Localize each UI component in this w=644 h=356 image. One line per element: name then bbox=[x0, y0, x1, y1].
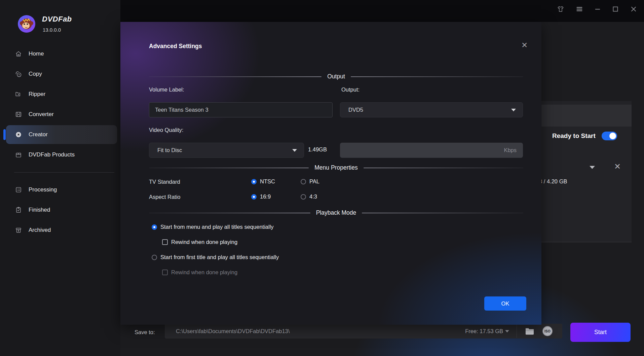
radio-off-icon[interactable] bbox=[301, 179, 306, 184]
radio-label: Start from first title and play all titl… bbox=[160, 254, 279, 260]
sidebar-item-home[interactable]: Home bbox=[6, 44, 117, 63]
radio-start-from-first-title[interactable]: Start from first title and play all titl… bbox=[152, 254, 279, 260]
browse-folder-button[interactable] bbox=[525, 327, 534, 335]
tv-standard-label: TV Standard bbox=[149, 179, 180, 185]
task-status-row: Ready to Start bbox=[552, 132, 617, 140]
start-button[interactable]: Start bbox=[570, 323, 631, 342]
radio-on-icon[interactable] bbox=[251, 179, 257, 184]
save-path-value[interactable]: C:\Users\fab\Documents\DVDFab\DVDFab13\ bbox=[176, 328, 290, 334]
sidebar-item-label: Processing bbox=[29, 186, 57, 193]
free-space-value: Free: 17.53 GB bbox=[465, 328, 503, 334]
checkbox-rewind-2[interactable]: Rewind when done playing bbox=[162, 269, 237, 276]
radio-16-9[interactable]: 16:9 bbox=[251, 193, 271, 200]
app-title: DVDFab bbox=[42, 15, 72, 24]
chevron-down-icon bbox=[505, 330, 509, 332]
video-quality-caption: Video Quality: bbox=[149, 127, 183, 133]
section-header-output: Output bbox=[149, 73, 523, 80]
radio-ntsc[interactable]: NTSC bbox=[251, 178, 275, 185]
radio-on-icon[interactable] bbox=[152, 224, 157, 230]
checkbox-label: Rewind when done playing bbox=[171, 239, 237, 245]
sidebar-item-dvdfab-products[interactable]: DVDFab Products bbox=[6, 145, 117, 164]
section-header-playback-mode: Playback Mode bbox=[149, 209, 523, 216]
products-box-icon bbox=[15, 151, 22, 158]
aspect-ratio-label: Aspect Ratio bbox=[149, 194, 181, 200]
ok-button-label: OK bbox=[501, 300, 509, 307]
radio-off-icon[interactable] bbox=[301, 194, 306, 200]
maximize-icon[interactable] bbox=[610, 3, 621, 15]
section-line bbox=[362, 213, 523, 213]
home-icon bbox=[15, 50, 22, 58]
radio-on-icon[interactable] bbox=[251, 194, 257, 200]
checkbox-label: Rewind when done playing bbox=[171, 269, 237, 276]
sidebar-item-copy[interactable]: Copy bbox=[6, 65, 117, 83]
field-divider bbox=[517, 324, 517, 338]
sidebar-item-ripper[interactable]: Ripper bbox=[6, 85, 117, 104]
volume-label-input[interactable] bbox=[149, 102, 333, 117]
ready-toggle[interactable] bbox=[602, 132, 617, 140]
minimize-icon[interactable] bbox=[592, 3, 603, 15]
archived-box-icon bbox=[15, 226, 22, 234]
section-title: Playback Mode bbox=[316, 209, 356, 216]
radio-label: NTSC bbox=[260, 178, 275, 185]
sidebar-item-finished[interactable]: Finished bbox=[6, 201, 117, 219]
sidebar-item-label: Converter bbox=[29, 111, 54, 118]
dialog-title: Advanced Settings bbox=[149, 43, 202, 50]
creator-icon bbox=[15, 131, 22, 138]
iso-output-button[interactable]: ISO bbox=[542, 326, 553, 336]
sidebar-item-creator[interactable]: Creator bbox=[6, 125, 117, 144]
radio-4-3[interactable]: 4:3 bbox=[301, 193, 317, 200]
checkbox-unchecked-icon[interactable] bbox=[162, 270, 168, 275]
close-icon[interactable] bbox=[628, 3, 639, 15]
copy-icon bbox=[15, 70, 22, 78]
radio-pal[interactable]: PAL bbox=[301, 178, 319, 185]
task-expand-caret-icon[interactable] bbox=[590, 166, 595, 169]
dvdfab-window: DVDFab 13.0.0.0 Home Copy Ripper Convert… bbox=[0, 0, 644, 356]
processing-list-icon bbox=[15, 186, 22, 193]
checkbox-unchecked-icon[interactable] bbox=[162, 239, 168, 245]
task-preview-box bbox=[541, 105, 632, 127]
task-close-icon[interactable]: ✕ bbox=[614, 162, 621, 171]
dialog-close-icon[interactable]: ✕ bbox=[521, 41, 528, 50]
converter-icon bbox=[15, 111, 22, 118]
selected-accent-bar bbox=[3, 129, 6, 140]
menu-icon[interactable] bbox=[574, 3, 585, 15]
status-badge: Ready to Start bbox=[552, 132, 596, 140]
sidebar-item-processing[interactable]: Processing bbox=[6, 180, 117, 199]
volume-label-caption: Volume Label: bbox=[149, 86, 184, 93]
sidebar-item-converter[interactable]: Converter bbox=[6, 105, 117, 124]
output-caption: Output: bbox=[341, 86, 359, 93]
sidebar-item-label: DVDFab Products bbox=[29, 151, 75, 158]
finished-clipboard-icon bbox=[15, 206, 22, 214]
save-path-field: C:\Users\fab\Documents\DVDFab\DVDFab13\ … bbox=[165, 324, 562, 339]
radio-label: 4:3 bbox=[309, 193, 317, 200]
radio-label: Start from menu and play all titles sequ… bbox=[160, 224, 274, 230]
dvdfab-logo-icon bbox=[17, 15, 36, 33]
sidebar-item-label: Ripper bbox=[29, 91, 45, 98]
output-type-dropdown[interactable]: DVD5 bbox=[340, 102, 523, 117]
video-quality-dropdown[interactable]: Fit to Disc bbox=[149, 143, 304, 158]
chevron-down-icon bbox=[511, 109, 516, 111]
ripper-icon bbox=[15, 91, 22, 98]
chevron-down-icon bbox=[292, 149, 297, 152]
bitrate-input[interactable] bbox=[340, 143, 523, 158]
sidebar-item-label: Archived bbox=[29, 227, 51, 234]
radio-label: PAL bbox=[309, 178, 319, 185]
radio-start-from-menu[interactable]: Start from menu and play all titles sequ… bbox=[152, 224, 274, 230]
checkbox-rewind-1[interactable]: Rewind when done playing bbox=[162, 239, 237, 245]
sidebar-item-label: Copy bbox=[29, 71, 42, 77]
skin-icon[interactable] bbox=[555, 3, 566, 15]
task-size-info: 3 / 4.20 GB bbox=[539, 178, 567, 185]
ok-button[interactable]: OK bbox=[484, 296, 526, 311]
sidebar-item-archived[interactable]: Archived bbox=[6, 221, 117, 240]
main-content: Ready to Start ✕ 3 / 4.20 GB Save to: C:… bbox=[120, 22, 644, 356]
sidebar-item-label: Home bbox=[29, 50, 44, 57]
free-space-dropdown[interactable]: Free: 17.53 GB bbox=[465, 328, 509, 334]
video-quality-value: Fit to Disc bbox=[157, 147, 292, 153]
section-line bbox=[149, 213, 310, 213]
radio-off-icon[interactable] bbox=[152, 255, 157, 260]
sidebar-item-label: Creator bbox=[29, 131, 48, 138]
toggle-knob bbox=[609, 133, 616, 139]
sidebar-divider bbox=[14, 172, 114, 173]
app-version: 13.0.0.0 bbox=[43, 27, 61, 33]
estimated-size: 1.49GB bbox=[308, 146, 327, 153]
